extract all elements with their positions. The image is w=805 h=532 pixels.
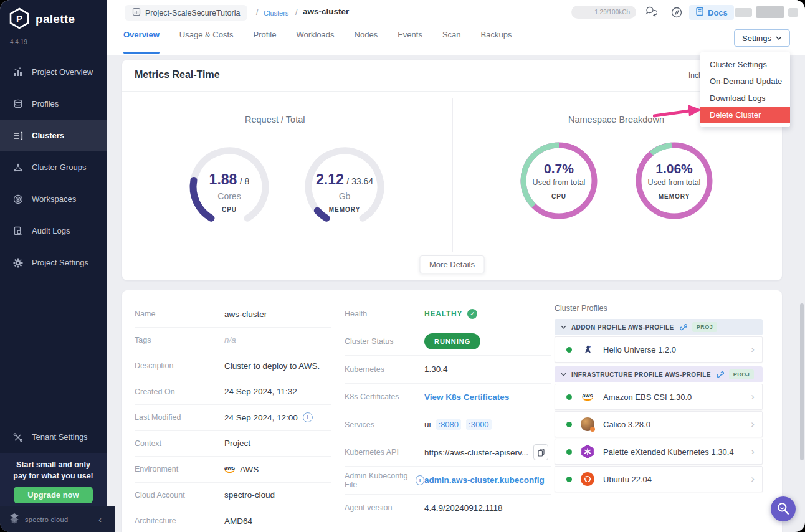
menu-item-download-logs[interactable]: Download Logs	[700, 90, 790, 107]
service-name: ui	[424, 420, 431, 429]
view-certificates-link[interactable]: View K8s Certificates	[424, 392, 509, 402]
settings-dropdown-button[interactable]: Settings	[734, 29, 790, 47]
detail-row-k8s-certificates: K8s CertificatesView K8s Certificates	[345, 384, 551, 412]
donut-caption: Used from total	[634, 178, 714, 187]
metrics-card: Metrics Real-Time Incl Request / Total N…	[122, 60, 782, 280]
sidebar-item-audit-logs[interactable]: Audit Logs	[0, 215, 107, 247]
tab-workloads[interactable]: Workloads	[296, 30, 334, 48]
row-value: RUNNING	[424, 333, 480, 349]
tab-overview[interactable]: Overview	[123, 30, 160, 48]
tab-backups[interactable]: Backups	[481, 30, 512, 48]
tab-usage-costs[interactable]: Usage & Costs	[179, 30, 234, 48]
profile-item-amazon-ebs-csi[interactable]: aws Amazon EBS CSI 1.30.0 ›	[555, 384, 763, 410]
target-icon	[12, 194, 24, 205]
row-value: awsAWS	[224, 465, 259, 474]
link-icon[interactable]	[679, 323, 687, 331]
palette-logo-icon: P	[9, 7, 30, 31]
row-label: Kubernetes	[345, 365, 424, 374]
upsell-banner: Start small and only pay for what you us…	[0, 453, 107, 506]
addon-profile-header[interactable]: ADDON PROFILE AWS-PROFILE PROJ	[555, 319, 763, 335]
memory-gauge-label: MEMORY	[298, 206, 391, 213]
sidebar-nav: Project Overview Profiles Clusters Clust…	[0, 56, 107, 278]
profile-item-calico[interactable]: Calico 3.28.0 ›	[555, 411, 763, 437]
row-label: Context	[135, 439, 224, 448]
info-icon[interactable]: i	[416, 475, 424, 485]
chat-icon[interactable]	[643, 5, 658, 20]
project-breadcrumb-pill[interactable]: Project-ScaleSecureTutoria	[125, 5, 247, 21]
settings-label: Settings	[742, 34, 771, 43]
link-icon[interactable]	[716, 371, 724, 379]
detail-row-cluster-status: Cluster StatusRUNNING	[345, 328, 551, 356]
brand[interactable]: P palette	[9, 7, 75, 31]
memory-used-percent: 1.06%	[634, 161, 714, 176]
resource-center-button[interactable]	[771, 496, 796, 521]
profile-item-hello-universe[interactable]: Hello Universe 1.2.0 ›	[555, 336, 763, 363]
network-icon	[12, 162, 24, 173]
page-scrollbar[interactable]	[800, 303, 804, 460]
status-dot	[566, 477, 572, 482]
sidebar-tenant-settings: Tenant Settings	[0, 421, 107, 453]
sidebar-item-clusters[interactable]: Clusters	[0, 120, 107, 151]
environment-value: AWS	[240, 465, 259, 474]
profile-item-name: Amazon EBS CSI 1.30.0	[603, 392, 742, 402]
sidebar-item-cluster-groups[interactable]: Cluster Groups	[0, 151, 107, 183]
sidebar-item-label: Cluster Groups	[32, 163, 86, 172]
memory-total-value: / 33.64	[346, 176, 373, 186]
donut-caption: Used from total	[519, 178, 599, 187]
kubeconfig-download-link[interactable]: admin.aws-cluster.kubeconfig	[424, 475, 545, 485]
row-label: Tags	[135, 336, 224, 344]
tab-profile[interactable]: Profile	[254, 30, 277, 48]
collapse-sidebar-icon[interactable]: ‹	[98, 514, 102, 525]
chevron-right-icon: ›	[751, 343, 755, 356]
sidebar-item-workspaces[interactable]: Workspaces	[0, 183, 107, 215]
pxk-logo	[581, 445, 594, 458]
tab-events[interactable]: Events	[398, 30, 422, 48]
clipped-include-label: Incl	[688, 71, 700, 80]
sidebar-item-tenant-settings[interactable]: Tenant Settings	[0, 421, 107, 453]
sidebar-item-project-settings[interactable]: Project Settings	[0, 247, 107, 278]
profile-item-name: Palette eXtended Kubernetes 1.30.4	[603, 447, 742, 457]
sidebar-item-project-overview[interactable]: Project Overview	[0, 56, 107, 88]
row-value: AMD64	[224, 516, 252, 526]
infrastructure-profile-header[interactable]: INFRASTRUCTURE PROFILE AWS-PROFILE PROJ	[555, 366, 763, 382]
help-compass-icon[interactable]	[669, 5, 684, 20]
chevron-right-icon: ›	[751, 473, 755, 485]
cpu-unit: Cores	[183, 191, 276, 201]
info-icon[interactable]: i	[303, 412, 313, 422]
service-port-link[interactable]: :8080	[436, 419, 462, 430]
copy-icon[interactable]	[533, 444, 548, 460]
cpu-total-value: / 8	[240, 176, 250, 186]
tools-icon	[12, 432, 24, 443]
cluster-profiles-panel: Cluster Profiles ADDON PROFILE AWS-PROFI…	[555, 304, 763, 492]
detail-row-kubernetes: Kubernetes1.30.4	[345, 356, 551, 384]
breadcrumb-clusters-link[interactable]: Clusters	[264, 9, 288, 17]
menu-item-cluster-settings[interactable]: Cluster Settings	[700, 56, 790, 73]
list-icon	[12, 130, 24, 141]
status-dot	[566, 394, 572, 400]
row-label: Architecture	[135, 516, 224, 525]
docs-button[interactable]: Docs	[689, 5, 734, 20]
row-value: Project	[224, 439, 250, 448]
section-divider	[452, 98, 453, 252]
aws-logo: aws	[224, 465, 235, 473]
profile-item-ubuntu[interactable]: Ubuntu 22.04 ›	[555, 466, 763, 492]
book-icon	[695, 7, 704, 18]
bar-chart-icon	[12, 67, 24, 78]
tab-scan[interactable]: Scan	[442, 30, 461, 48]
service-port-link[interactable]: :3000	[466, 419, 492, 430]
sidebar-item-profiles[interactable]: Profiles	[0, 88, 107, 120]
detail-row-last-modified: Last Modified24 Sep 2024, 12:00i	[135, 405, 331, 431]
row-label: Cloud Account	[135, 491, 224, 500]
memory-donut-label: MEMORY	[634, 193, 714, 200]
row-label: Agent version	[345, 503, 424, 512]
profile-item-palette-extended-kubernetes[interactable]: Palette eXtended Kubernetes 1.30.4 ›	[555, 439, 763, 465]
check-circle-icon: ✓	[467, 309, 477, 319]
row-label: K8s Certificates	[345, 392, 424, 401]
upgrade-now-button[interactable]: Upgrade now	[14, 487, 92, 503]
more-details-button[interactable]: More Details	[419, 255, 485, 273]
detail-row-admin-kubeconfig: Admin Kubeconfig Fileiadmin.aws-cluster.…	[345, 467, 551, 495]
tab-nodes[interactable]: Nodes	[355, 30, 378, 48]
chevron-down-icon	[561, 373, 566, 376]
menu-item-delete-cluster[interactable]: Delete Cluster	[700, 107, 790, 123]
menu-item-on-demand-update[interactable]: On-Demand Update	[700, 73, 790, 90]
